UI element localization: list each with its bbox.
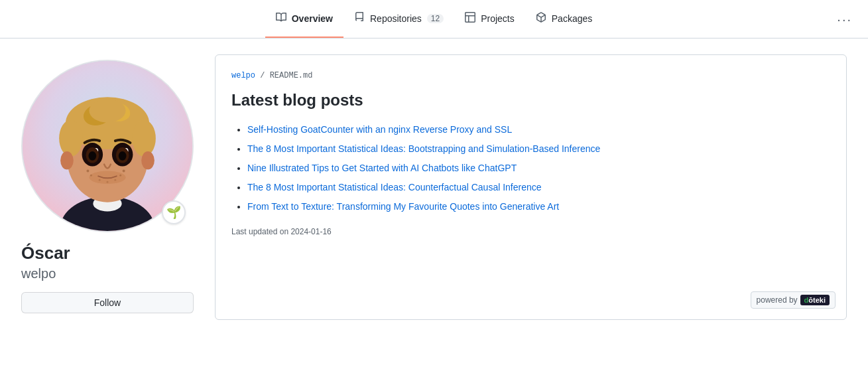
more-menu-button[interactable]: ··· <box>837 11 852 27</box>
svg-point-26 <box>99 179 101 181</box>
tab-projects[interactable]: Projects <box>454 0 525 38</box>
svg-point-23 <box>90 175 92 177</box>
tab-repositories-label: Repositories <box>370 13 422 24</box>
top-nav: Overview Repositories 12 Projects <box>0 0 868 38</box>
packages-icon <box>536 12 546 25</box>
nav-tabs: Overview Repositories 12 Projects <box>265 0 603 38</box>
blog-post-3-link[interactable]: Nine Illustrated Tips to Get Started wit… <box>247 163 517 173</box>
readme-title: Latest blog posts <box>231 91 830 110</box>
blog-post-1: Self-Hosting GoatCounter with an nginx R… <box>247 123 830 137</box>
profile-username: welpo <box>21 266 56 281</box>
repositories-badge: 12 <box>427 14 444 23</box>
tab-packages[interactable]: Packages <box>525 0 603 38</box>
last-updated: Last updated on 2024-01-16 <box>231 227 830 236</box>
tab-overview[interactable]: Overview <box>265 0 343 38</box>
svg-point-11 <box>60 151 74 170</box>
powered-by-badge: powered by dōteki <box>751 291 836 309</box>
sidebar: 🌱 Óscar welpo Follow <box>21 54 194 313</box>
blog-list: Self-Hosting GoatCounter with an nginx R… <box>231 123 830 214</box>
follow-button[interactable]: Follow <box>21 292 194 313</box>
svg-point-28 <box>114 179 116 181</box>
tab-projects-label: Projects <box>481 13 515 24</box>
svg-point-24 <box>123 169 125 172</box>
blog-post-5: From Text to Texture: Transforming My Fa… <box>247 200 830 214</box>
blog-post-1-link[interactable]: Self-Hosting GoatCounter with an nginx R… <box>247 124 512 135</box>
blog-post-3: Nine Illustrated Tips to Get Started wit… <box>247 161 830 175</box>
blog-post-2-link[interactable]: The 8 Most Important Statistical Ideas: … <box>247 143 600 154</box>
tab-repositories[interactable]: Repositories 12 <box>343 0 454 38</box>
projects-icon <box>465 12 475 25</box>
blog-post-2: The 8 Most Important Statistical Ideas: … <box>247 142 830 156</box>
svg-point-27 <box>107 181 109 183</box>
tab-packages-label: Packages <box>552 13 592 24</box>
blog-post-4-link[interactable]: The 8 Most Important Statistical Ideas: … <box>247 182 542 192</box>
doteki-brand: dōteki <box>800 295 830 305</box>
svg-point-20 <box>119 151 127 161</box>
readme-path-ext: .md <box>298 71 313 80</box>
svg-point-19 <box>88 151 96 161</box>
readme-path-user[interactable]: welpo <box>231 71 255 80</box>
sprout-badge: 🌱 <box>162 200 186 224</box>
svg-point-7 <box>132 120 155 157</box>
avatar-container: 🌱 <box>21 60 194 232</box>
readme-path-file: README.md <box>270 71 313 80</box>
overview-icon <box>276 12 286 25</box>
readme-card: welpo / README.md Latest blog posts Self… <box>215 54 847 320</box>
readme-path-separator: / <box>260 71 269 80</box>
svg-point-22 <box>86 169 89 172</box>
tab-overview-label: Overview <box>292 13 333 24</box>
svg-point-12 <box>141 151 155 170</box>
blog-post-5-link[interactable]: From Text to Texture: Transforming My Fa… <box>247 201 559 212</box>
svg-point-6 <box>59 120 82 157</box>
main-content: 🌱 Óscar welpo Follow welpo / README.md L… <box>0 38 868 336</box>
powered-by-label: powered by <box>757 295 798 305</box>
doteki-text: ōteki <box>808 296 826 304</box>
blog-post-4: The 8 Most Important Statistical Ideas: … <box>247 181 830 194</box>
svg-point-10 <box>89 99 125 122</box>
readme-path: welpo / README.md <box>231 71 830 80</box>
profile-name: Óscar <box>21 243 70 264</box>
svg-point-25 <box>119 175 121 177</box>
repositories-icon <box>354 12 365 25</box>
